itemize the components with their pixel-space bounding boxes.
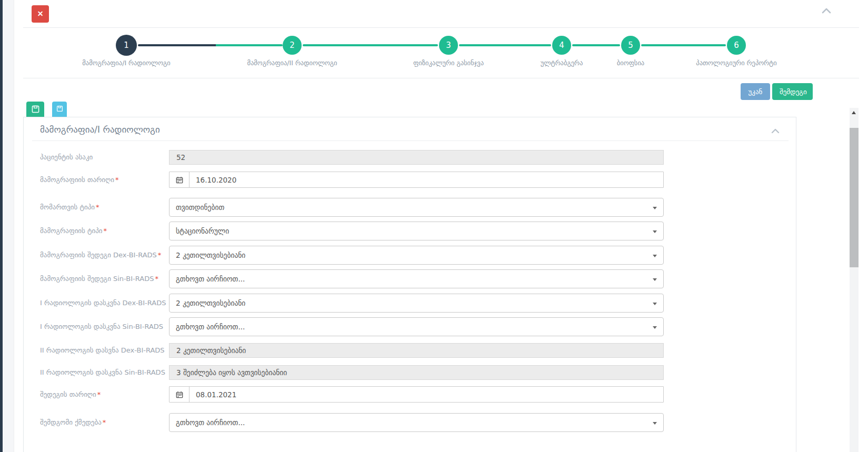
mammography-type-select[interactable]: სტაციონარული [169,222,664,240]
form-panel: მამოგრაფია/I რადიოლოგი პაციენტის ასაკი 5… [23,117,796,452]
close-icon: ✕ [37,9,44,18]
step-4-circle[interactable]: 4 [552,36,571,55]
step-3-label: ფიზიკალური გასინჯვა [413,59,484,67]
section-title: მამოგრაფია/I რადიოლოგი [40,124,160,135]
document-icon [56,105,63,112]
close-button[interactable]: ✕ [32,5,49,23]
form-row: II რადიოლოგის დასვნა Dex-BI-RADS 2 კეთილ… [24,343,796,358]
radiologist1-conclusion-sin-select[interactable]: გთხოვთ აირჩიოთ... [169,317,664,336]
topbar-divider [23,27,859,28]
stepper-connector-1-2 [138,44,283,46]
field-label: მამოგრაფიის შედეგი Dex-BI-RADS* [40,246,166,265]
chevron-down-icon [653,303,657,305]
chevron-down-icon [653,422,657,425]
next-button[interactable]: შემდეგი [772,83,813,100]
stepper-connector-2-3 [303,44,438,46]
mammography-date-group [169,172,664,188]
form-row: პაციენტის ასაკი 52 [24,150,796,165]
referral-type-select[interactable]: თვითდინებით [169,198,664,217]
stepper-connector-4-5 [572,44,620,46]
field-label: I რადიოლოგის დასკვნა Dex-BI-RADS [40,294,166,313]
chevron-down-icon [653,278,657,281]
mammography-result-dex-select[interactable]: 2 კეთილთვისებიანი [169,246,664,265]
floppy-icon [32,105,39,113]
field-label: მამოგრაფიის ტიპი* [40,222,166,240]
field-label: შედეგის თარიღი* [40,386,166,403]
step-1-number: 1 [124,41,129,50]
step-6-circle[interactable]: 6 [727,36,746,55]
step-2-label: მამოგრაფია/II რადიოლოგი [247,59,337,67]
step-3-circle[interactable]: 3 [439,36,458,55]
stepper-connector-5-6 [641,44,726,46]
step-5-circle[interactable]: 5 [621,36,640,55]
scrollbar-thumb[interactable] [850,128,859,267]
form-row: II რადიოლოგის დასკვნა Sin-BI-RADS 3 შეიძ… [24,365,796,380]
form-row: მამოგრაფიის შედეგი Dex-BI-RADS* 2 კეთილთ… [24,246,796,265]
chevron-up-icon [771,128,780,134]
patient-age-field: 52 [169,150,664,165]
chevron-up-icon [822,8,831,14]
step-4-label: ულტრაბგერა [541,59,583,67]
step-2-number: 2 [290,41,295,50]
form-row: მომართვის ტიპი* თვითდინებით [24,198,796,217]
form-row: I რადიოლოგის დასკვნა Sin-BI-RADS გთხოვთ … [24,317,796,336]
mammography-date-input[interactable] [189,172,663,187]
field-label: პაციენტის ასაკი [40,150,166,165]
chevron-down-icon [653,207,657,209]
chevron-down-icon [653,255,657,257]
radiologist2-conclusion-sin-field: 3 შეიძლება იყოს ავთვისებიანიი [169,365,664,380]
form-row: მამოგრაფიის ტიპი* სტაციონარული [24,222,796,240]
page-gutter [3,0,14,452]
result-date-input[interactable] [189,387,663,402]
form-row: შემდგომი ქმედება* გთხოვთ აირჩიოთ... [24,413,796,432]
radiologist2-conclusion-dex-field: 2 კეთილთვისებიანი [169,343,664,358]
step-2-circle[interactable]: 2 [283,36,302,55]
calendar-icon[interactable] [169,172,189,187]
field-label: შემდგომი ქმედება* [40,413,166,432]
radiologist1-conclusion-dex-select[interactable]: 2 კეთილთვისებიანი [169,294,664,313]
next-action-select[interactable]: გთხოვთ აირჩიოთ... [169,413,664,432]
field-label: მომართვის ტიპი* [40,198,166,217]
stepper-divider [23,78,859,78]
chevron-down-icon [653,230,657,233]
result-date-group [169,386,664,403]
form-row: მამოგრაფიის შედეგი Sin-BI-RADS* გთხოვთ ა… [24,269,796,288]
collapse-section-button[interactable] [768,126,783,136]
field-label: მამოგრაფიის თარიღი* [40,172,166,188]
step-6-label: პათოლოგიური რეპორტი [696,59,776,67]
form-row: მამოგრაფიის თარიღი* [24,172,796,188]
calendar-icon[interactable] [169,387,189,402]
chevron-down-icon [653,326,657,329]
field-label: I რადიოლოგის დასკვნა Sin-BI-RADS [40,317,166,336]
field-label: II რადიოლოგის დასვნა Dex-BI-RADS [40,343,166,358]
vertical-scrollbar[interactable] [850,108,859,452]
form-row: I რადიოლოგის დასკვნა Dex-BI-RADS 2 კეთილ… [24,294,796,313]
collapse-top-button[interactable] [819,6,834,17]
form-row: შედეგის თარიღი* [24,386,796,403]
section-divider [32,140,789,141]
step-4-number: 4 [559,41,564,50]
field-label: მამოგრაფიის შედეგი Sin-BI-RADS* [40,269,166,288]
step-5-number: 5 [628,41,633,50]
mammography-result-sin-select[interactable]: გთხოვთ აირჩიოთ... [169,269,664,288]
wizard-screen: ✕ 1 2 3 4 5 6 მამოგრაფია/I რადიოლოგი მამ… [0,0,868,452]
back-button[interactable]: უკან [741,83,770,100]
step-3-number: 3 [446,41,451,50]
step-1-circle[interactable]: 1 [116,35,137,56]
scroll-up-button[interactable] [850,108,859,117]
stepper-connector-3-4 [459,44,551,46]
step-5-label: ბიოფსია [617,59,644,67]
field-label: II რადიოლოგის დასკვნა Sin-BI-RADS [40,365,166,380]
step-6-number: 6 [734,41,739,50]
step-1-label: მამოგრაფია/I რადიოლოგი [82,59,170,67]
